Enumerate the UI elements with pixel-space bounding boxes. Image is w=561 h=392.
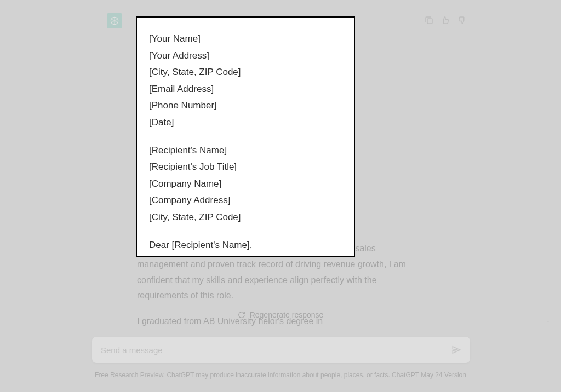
sender-phone: [Phone Number]: [149, 97, 342, 114]
footer-version-link[interactable]: ChatGPT May 24 Version: [392, 371, 466, 379]
salutation: Dear [Recipient's Name],: [149, 237, 342, 254]
letter-date: [Date]: [149, 114, 342, 131]
sender-email: [Email Address]: [149, 81, 342, 98]
message-input[interactable]: Send a message: [101, 345, 451, 355]
recipient-address: [Company Address]: [149, 192, 342, 209]
message-input-container[interactable]: Send a message: [92, 337, 470, 363]
footer-disclaimer: Free Research Preview. ChatGPT may produ…: [0, 371, 561, 379]
sender-block: [Your Name] [Your Address] [City, State,…: [149, 31, 342, 131]
send-icon[interactable]: [451, 345, 461, 355]
openai-logo-icon: [109, 15, 120, 26]
refresh-icon: [238, 311, 245, 319]
recipient-name: [Recipient's Name]: [149, 142, 342, 159]
letter-template-modal: [Your Name] [Your Address] [City, State,…: [136, 16, 355, 257]
message-actions: [424, 15, 467, 25]
footer-text: Free Research Preview. ChatGPT may produ…: [95, 371, 392, 379]
salutation-block: Dear [Recipient's Name],: [149, 237, 342, 254]
assistant-avatar: [107, 13, 122, 28]
svg-rect-1: [427, 19, 432, 24]
scroll-to-bottom-icon[interactable]: ↓: [546, 315, 550, 324]
sender-city: [City, State, ZIP Code]: [149, 64, 342, 81]
thumbs-down-icon[interactable]: [457, 15, 467, 25]
sender-address: [Your Address]: [149, 48, 342, 65]
copy-icon[interactable]: [424, 15, 434, 25]
recipient-city: [City, State, ZIP Code]: [149, 209, 342, 226]
thumbs-up-icon[interactable]: [440, 15, 450, 25]
regenerate-label: Regenerate response: [250, 310, 324, 319]
recipient-title: [Recipient's Job Title]: [149, 159, 342, 176]
recipient-block: [Recipient's Name] [Recipient's Job Titl…: [149, 142, 342, 226]
regenerate-button[interactable]: Regenerate response: [0, 310, 561, 319]
sender-name: [Your Name]: [149, 31, 342, 48]
recipient-company: [Company Name]: [149, 176, 342, 193]
